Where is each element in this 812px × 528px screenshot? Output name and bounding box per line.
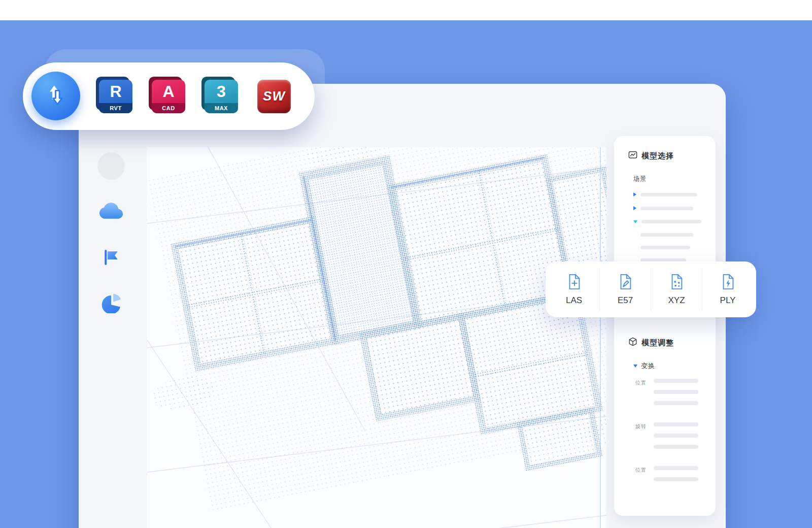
group-fields: [654, 379, 698, 412]
revit-letter: R: [99, 80, 132, 103]
scene-tree-item[interactable]: [633, 206, 706, 210]
avatar-placeholder-button[interactable]: [97, 152, 125, 180]
position-group-2: 位置: [635, 466, 706, 488]
skeleton-bar: [654, 434, 698, 438]
revit-app-icon[interactable]: R RVT: [99, 80, 132, 113]
group-label: 位置: [635, 466, 654, 488]
group-label: 旋转: [635, 422, 654, 456]
skeleton-bar: [640, 193, 697, 196]
collapse-arrow-icon[interactable]: [633, 220, 637, 223]
ply-file-icon: [719, 273, 736, 292]
point-cloud-scene: [147, 147, 606, 528]
skeleton-bar: [654, 445, 698, 449]
position-group: 位置: [635, 379, 706, 412]
group-label: 位置: [635, 379, 654, 412]
icon-face: A CAD: [152, 80, 185, 113]
skeleton-bar: [654, 390, 698, 394]
icon-face: R RVT: [99, 80, 132, 113]
cloud-icon: [99, 202, 123, 221]
autocad-badge: CAD: [152, 103, 185, 113]
panel-title: 模型选择: [641, 151, 674, 161]
model-adjust-section: 模型调整 变换 位置 旋转: [628, 337, 706, 488]
format-e57[interactable]: E57: [599, 268, 651, 311]
skeleton-bar: [654, 466, 698, 470]
las-file-icon: [565, 273, 583, 292]
import-export-pill: R RVT A CAD 3 MAX SW: [23, 62, 315, 130]
transfer-button[interactable]: [31, 72, 80, 120]
3dsmax-app-icon[interactable]: 3 MAX: [205, 80, 238, 113]
model-adjust-icon: [628, 337, 637, 348]
stats-button[interactable]: [97, 290, 125, 318]
transform-label: 变换: [641, 361, 655, 371]
format-label: E57: [618, 295, 633, 306]
skeleton-bar: [641, 220, 701, 223]
3dsmax-letter: 3: [205, 80, 238, 103]
scene-label: 场景: [633, 175, 706, 183]
format-label: XYZ: [668, 295, 685, 306]
model-select-icon: [628, 150, 637, 161]
skeleton-bar: [640, 246, 690, 249]
collapse-arrow-icon[interactable]: [633, 365, 637, 368]
e57-file-icon: [617, 273, 634, 292]
scene-sub-items: [640, 233, 706, 262]
3dsmax-badge: MAX: [205, 103, 238, 113]
flag-icon: [101, 248, 121, 269]
rotation-group: 旋转: [635, 422, 706, 456]
autocad-app-icon[interactable]: A CAD: [152, 80, 185, 113]
icon-face: 3 MAX: [205, 80, 238, 113]
revit-badge: RVT: [99, 103, 132, 113]
format-las[interactable]: LAS: [549, 268, 599, 311]
cloud-upload-button[interactable]: [97, 198, 125, 225]
skeleton-bar: [654, 401, 698, 405]
solidworks-letters: SW: [263, 88, 285, 104]
scene-tree-item[interactable]: [633, 220, 706, 223]
model-adjust-header: 模型调整: [628, 337, 706, 348]
format-ply[interactable]: PLY: [702, 268, 753, 311]
model-select-header: 模型选择: [628, 150, 706, 161]
format-xyz[interactable]: XYZ: [651, 268, 702, 311]
scene-tree-item[interactable]: [633, 192, 706, 196]
group-fields: [654, 466, 698, 488]
expand-arrow-icon[interactable]: [633, 192, 636, 196]
skeleton-bar: [654, 477, 698, 481]
expand-arrow-icon[interactable]: [633, 206, 636, 210]
autocad-letter: A: [152, 80, 185, 103]
flag-button[interactable]: [97, 245, 125, 272]
transform-group-toggle[interactable]: 变换: [633, 361, 706, 371]
solidworks-app-icon[interactable]: SW: [257, 80, 291, 113]
panel-title: 模型调整: [641, 338, 674, 348]
format-label: LAS: [566, 295, 582, 306]
properties-panel: 模型选择 场景: [614, 136, 716, 516]
arrows-up-down-icon: [43, 82, 69, 110]
pie-chart-icon: [101, 293, 121, 315]
skeleton-bar: [640, 233, 693, 237]
skeleton-bar: [640, 207, 693, 210]
viewport-3d[interactable]: [147, 147, 606, 528]
top-strip: [0, 0, 812, 20]
skeleton-bar: [654, 379, 698, 383]
skeleton-bar: [654, 422, 698, 426]
file-format-card: LAS E57 XYZ: [546, 261, 756, 317]
xyz-file-icon: [668, 273, 685, 292]
app-icon-row: R RVT A CAD 3 MAX SW: [99, 80, 291, 113]
format-label: PLY: [720, 295, 736, 306]
point-cloud-building: [147, 147, 606, 528]
group-fields: [654, 422, 698, 456]
